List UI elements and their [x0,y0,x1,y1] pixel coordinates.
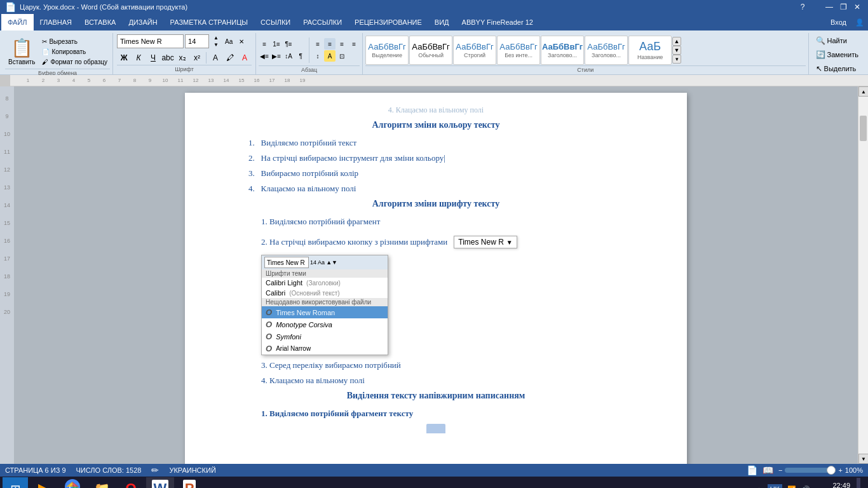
fd-calibri-light[interactable]: Calibri Light (Заголовки) [262,278,388,288]
zoom-level: 100% [845,466,863,474]
style-obychny[interactable]: АаБбВвГг Обычный [409,36,452,65]
document-container[interactable]: 4. Клацаємо на вільному полі Алгоритм зм… [14,86,858,464]
menu-abbyy[interactable]: ABBYY FineReader 12 [456,14,539,30]
select-btn[interactable]: ↖ Выделить [811,62,863,75]
replace-btn[interactable]: 🔄 Заменить [811,48,863,61]
scroll-track[interactable] [858,97,868,454]
start-button[interactable]: ⊞ [3,477,28,488]
taskbar-powerpoint[interactable]: P [175,477,203,488]
menu-insert[interactable]: ВСТАВКА [78,14,122,30]
fd-symfoni[interactable]: O Symfoni [262,330,388,342]
style-strogiy-text: АаБбВвГг [456,42,493,51]
margin-num-11: 11 [0,143,14,161]
show-desktop-btn[interactable] [857,478,860,488]
font-name-box-popup[interactable]: Times New R ▼ [454,236,517,248]
subscript-btn[interactable]: x₂ [175,51,189,65]
taskbar-chrome[interactable] [58,477,86,488]
font-size-input[interactable] [185,34,209,48]
font-size-up-btn[interactable]: ▲ [210,34,222,41]
taskbar-media[interactable]: ▶ [29,477,57,488]
layout-icon[interactable]: 📄 [747,465,757,475]
styles-up-btn[interactable]: ▲ [672,37,681,46]
style-nazvanie[interactable]: АаБ Название [628,36,672,65]
show-marks-btn[interactable]: ¶ [295,50,306,62]
menu-mailings[interactable]: РАССЫЛКИ [297,14,348,30]
account-icon[interactable]: 👤 [853,14,867,30]
numbering-btn[interactable]: 1≡ [271,38,282,50]
styles-down-btn[interactable]: ▼ [672,46,681,55]
font-dropdown[interactable]: 14 Аа ▲▼ Шрифти теми Calibri Light (Заго… [261,255,388,355]
style-bez-inte[interactable]: АаБбВвГг Без инте... [497,36,540,65]
align-right-btn[interactable]: ≡ [336,38,348,50]
zoom-slider[interactable] [785,468,836,473]
styles-more-btn[interactable]: ▾ [672,55,681,64]
font-name-input[interactable] [117,34,184,48]
zoom-plus[interactable]: + [838,466,842,474]
bold-btn[interactable]: Ж [117,51,131,65]
menu-view[interactable]: ВИД [428,14,456,30]
change-case-btn[interactable]: Аа [223,36,234,47]
align-center-btn[interactable]: ≡ [324,38,336,50]
restore-btn[interactable]: ❐ [837,1,849,13]
document-page[interactable]: 4. Клацаємо на вільному полі Алгоритм зм… [185,93,687,464]
close-btn[interactable]: ✕ [851,1,863,13]
increase-indent-btn[interactable]: ▶≡ [271,50,282,62]
fd-times-new-roman[interactable]: O Times New Roman [262,306,388,318]
menu-file[interactable]: ФАЙЛ [1,14,34,30]
scroll-down-btn[interactable]: ▼ [858,454,868,464]
scroll-thumb[interactable] [860,116,867,141]
zoom-minus[interactable]: − [778,466,782,474]
style-videlenie[interactable]: АаБбВвГг Выделение [365,36,409,65]
style-strogiy[interactable]: АаБбВвГг Строгий [453,36,496,65]
login-btn[interactable]: Вход [824,14,853,30]
justify-btn[interactable]: ≡ [348,38,360,50]
dropdown-arrow-icon[interactable]: ▼ [506,239,513,246]
right-scrollbar[interactable]: ▲ ▼ [858,86,868,464]
bullets-btn[interactable]: ≡ [259,38,270,50]
style-nazvanie-text: АаБ [639,40,661,53]
menu-layout[interactable]: РАЗМЕТКА СТРАНИЦЫ [164,14,254,30]
align-left-btn[interactable]: ≡ [312,38,323,50]
highlight-btn[interactable]: 🖍 [223,51,237,65]
shading-btn[interactable]: A [324,50,336,62]
clear-format-btn[interactable]: ✕ [236,36,247,47]
scroll-up-btn[interactable]: ▲ [858,86,868,97]
style-zagolovok2[interactable]: АаБбВвГг Заголово... [585,36,628,65]
clock-time: 22:49 [832,482,850,488]
font-search-input[interactable] [264,257,309,268]
find-btn[interactable]: 🔍 Найти [811,34,863,47]
menu-design[interactable]: ДИЗАЙН [122,14,163,30]
minimize-btn[interactable]: — [824,1,835,13]
taskbar-explorer[interactable]: 📁 [88,477,116,488]
style-zagolovok1[interactable]: АаБбВвГг Заголово... [541,36,584,65]
text-effects-btn[interactable]: A [208,51,222,65]
reading-icon[interactable]: 📖 [763,465,773,475]
help-btn[interactable]: ? [797,1,808,13]
cut-btn[interactable]: ✂ Вырезать [39,37,110,46]
menu-review[interactable]: РЕЦЕНЗИРОВАНИЕ [348,14,428,30]
list-item-color-2: 2. На стрічці вибираємо інструмент для з… [236,153,636,163]
underline-btn[interactable]: Ч [146,51,160,65]
superscript-btn[interactable]: x² [190,51,204,65]
multilevel-btn[interactable]: ¶≡ [283,38,294,50]
fd-monotype-corsiva[interactable]: O Monotype Corsiva [262,318,388,330]
line-spacing-btn[interactable]: ↕ [312,50,323,62]
decrease-indent-btn[interactable]: ◀≡ [259,50,270,62]
menu-home[interactable]: ГЛАВНАЯ [34,14,78,30]
borders-btn[interactable]: ⊡ [336,50,348,62]
strikethrough-btn[interactable]: abc [161,51,175,65]
font-color-btn[interactable]: A [238,51,252,65]
menu-references[interactable]: ССЫЛКИ [254,14,297,30]
copy-btn[interactable]: 📄 Копировать [39,47,110,57]
format-painter-btn[interactable]: 🖌 Формат по образцу [39,57,110,67]
margin-num-14: 14 [0,196,14,214]
taskbar-opera[interactable]: O [117,477,145,488]
paste-button[interactable]: 📋 Вставить [5,34,38,69]
font-size-down-btn[interactable]: ▼ [210,41,222,48]
italic-btn[interactable]: К [132,51,146,65]
sort-btn[interactable]: ↕A [283,50,294,62]
fd-calibri[interactable]: Calibri (Основний текст) [262,288,388,298]
zoom-control: − + 100% [778,466,863,474]
fd-arial-narrow[interactable]: O Arial Narrow [262,342,388,355]
taskbar-word[interactable]: W [146,477,174,488]
